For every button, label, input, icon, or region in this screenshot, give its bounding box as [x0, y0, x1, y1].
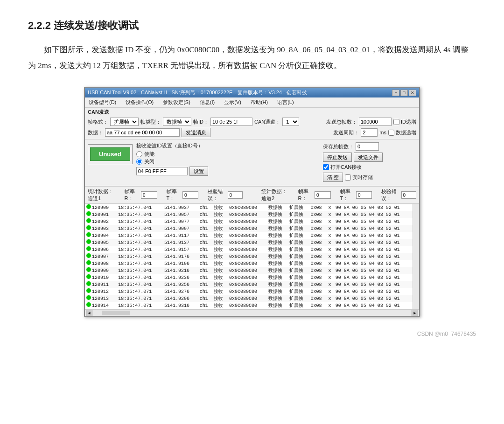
table-row: 120907 18:35:47.041 5141.9176 ch1 接收 0x0…: [85, 253, 419, 260]
menu-display[interactable]: 显示(V): [222, 98, 243, 106]
row-time: 18:35:47.041: [117, 274, 163, 281]
row-type2: 扩展帧: [288, 239, 309, 246]
filter-id-input[interactable]: [136, 167, 188, 175]
total-frames-input[interactable]: [359, 118, 392, 126]
row-data: 90 8A 06 05 04 03 02 01: [334, 302, 419, 309]
horizontal-scrollbar[interactable]: ◄ ►: [85, 309, 419, 316]
row-dot-cell: 120904: [85, 232, 117, 239]
row-data: 90 8A 06 05 04 03 02 01: [334, 295, 419, 302]
row-ms: 5141.9316: [163, 302, 198, 309]
send-file-button[interactable]: 发送文件: [354, 153, 383, 162]
row-time: 18:35:47.041: [117, 218, 163, 225]
row-x: x: [327, 246, 334, 253]
id-increment-checkbox[interactable]: [393, 119, 399, 125]
data-input[interactable]: [105, 128, 180, 137]
row-canid: 0x0C080C00: [228, 204, 266, 211]
row-x: x: [327, 281, 334, 288]
row-canid: 0x0C080C00: [228, 246, 266, 253]
minimize-button[interactable]: －: [392, 90, 399, 96]
row-ms: 5141.9037: [163, 204, 198, 211]
can-send-row1: 帧格式： 扩展帧 帧类型： 数据帧 帧ID： CAN通道： 1 发送总帧数： I…: [85, 117, 419, 127]
row-len: 0x08: [309, 288, 327, 295]
table-row: 120904 18:35:47.041 5141.9117 ch1 接收 0x0…: [85, 232, 419, 239]
row-data: 90 8A 06 05 04 03 02 01: [334, 253, 419, 260]
row-type2: 扩展帧: [288, 246, 309, 253]
row-dot-cell: 120912: [85, 288, 117, 295]
row-ch: ch1: [198, 281, 212, 288]
clear-realtime-row: 清 空 实时存储: [323, 173, 416, 182]
data-increment-checkbox[interactable]: [388, 130, 394, 136]
stats-section: 统计数据：通道1 帧率R： 0 帧率T： 0 校验错误： 0 统计数据：通道2 …: [85, 186, 419, 204]
frame-id-input[interactable]: [210, 118, 252, 126]
row-len: 0x08: [309, 260, 327, 267]
stats-ch1-r-label: 帧率R：: [125, 188, 138, 202]
scroll-left-btn[interactable]: ◄: [86, 310, 92, 316]
realtime-save-checkbox[interactable]: [345, 174, 351, 181]
row-dir: 接收: [212, 302, 228, 309]
row-dot-cell: 120910: [85, 274, 117, 281]
row-ch: ch1: [198, 295, 212, 302]
save-total-label: 保存总帧数：: [323, 143, 354, 150]
row-dir: 接收: [212, 239, 228, 246]
scroll-right-btn[interactable]: ►: [412, 310, 418, 316]
stats-ch2-group: 统计数据：通道2: [261, 188, 289, 202]
menu-device-type[interactable]: 设备型号(D): [87, 98, 118, 106]
row-canid: 0x0C080C00: [228, 232, 266, 239]
open-can-checkbox[interactable]: [323, 164, 329, 170]
maximize-button[interactable]: □: [400, 90, 408, 96]
row-data: 90 8A 06 05 04 03 02 01: [334, 274, 419, 281]
row-len: 0x08: [309, 232, 327, 239]
save-total-input[interactable]: [356, 142, 379, 151]
row-type1: 数据帧: [267, 295, 288, 302]
row-type1: 数据帧: [267, 218, 288, 225]
send-period-input[interactable]: [361, 128, 378, 137]
row-ms: 5141.9296: [163, 295, 198, 302]
row-canid: 0x0C080C00: [228, 211, 266, 218]
send-msg-button[interactable]: 发送消息: [182, 128, 210, 137]
relay-box: Unused: [88, 144, 133, 164]
clear-button[interactable]: 清 空: [323, 173, 343, 182]
row-x: x: [327, 225, 334, 232]
enable-radio[interactable]: [136, 151, 142, 157]
row-dir: 接收: [212, 253, 228, 260]
frame-format-select[interactable]: 扩展帧: [110, 118, 139, 126]
close-button[interactable]: ✕: [409, 90, 416, 96]
close-radio[interactable]: [136, 159, 142, 165]
row-type1: 数据帧: [267, 204, 288, 211]
open-can-label: 打开CAN接收: [330, 164, 362, 171]
row-len: 0x08: [309, 239, 327, 246]
stats-ch1-err-val: 0: [228, 191, 243, 199]
unused-button[interactable]: Unused: [90, 147, 130, 161]
menu-device-op[interactable]: 设备操作(O): [124, 98, 155, 106]
scroll-thumb: [102, 311, 130, 315]
data-label: 数据：: [88, 129, 103, 136]
row-type1: 数据帧: [267, 246, 288, 253]
menu-info[interactable]: 信息(I): [198, 98, 217, 106]
menu-language[interactable]: 语言(L): [275, 98, 295, 106]
row-type1: 数据帧: [267, 267, 288, 274]
row-dot-cell: 120901: [85, 211, 117, 218]
menu-help[interactable]: 帮助(H): [249, 98, 270, 106]
row-dir: 接收: [212, 218, 228, 225]
row-ms: 5141.9196: [163, 260, 198, 267]
can-ch-select[interactable]: 1: [282, 118, 299, 126]
row-data: 90 8A 06 05 04 03 02 01: [334, 225, 419, 232]
row-ch: ch1: [198, 274, 212, 281]
vertical-scrollbar[interactable]: [413, 204, 419, 309]
stop-send-button[interactable]: 停止发送: [323, 153, 352, 162]
row-type1: 数据帧: [267, 239, 288, 246]
menu-params[interactable]: 参数设定(S): [161, 98, 192, 106]
row-type2: 扩展帧: [288, 260, 309, 267]
realtime-save-label: 实时存储: [352, 174, 373, 181]
stats-ch2-err-label: 校验错误：: [381, 188, 398, 202]
row-len: 0x08: [309, 253, 327, 260]
row-dir: 接收: [212, 288, 228, 295]
frame-type-select[interactable]: 数据帧: [163, 118, 191, 126]
frame-type-label: 帧类型：: [140, 118, 161, 125]
row-dir: 接收: [212, 246, 228, 253]
application-window: USB-CAN Tool V9.02 - CANalyst-II - SN:序列…: [84, 87, 420, 317]
table-row: 120910 18:35:47.041 5141.9236 ch1 接收 0x0…: [85, 274, 419, 281]
right-controls: 保存总帧数： 停止发送 发送文件 打开CAN接收 清 空 实时存储: [323, 142, 416, 182]
row-canid: 0x0C080C00: [228, 302, 266, 309]
set-filter-button[interactable]: 设置: [189, 167, 208, 176]
